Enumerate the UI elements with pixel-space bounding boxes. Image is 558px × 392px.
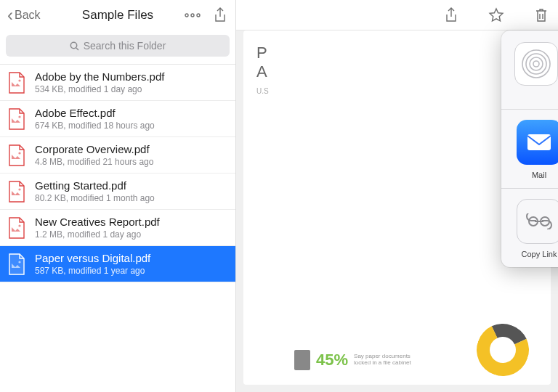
file-row[interactable]: Adobe Effect.pdf674 KB, modified 18 hour… (0, 101, 235, 137)
main-toolbar (236, 0, 558, 30)
share-app-mail[interactable]: Mail (513, 120, 558, 179)
search-wrap: Search this Folder (0, 30, 235, 65)
preview-title-1: P (256, 44, 538, 62)
link-icon (517, 199, 558, 244)
svg-point-0 (185, 14, 188, 17)
app-root: ‹ Back Sample Files Search this Folder A… (0, 0, 558, 392)
file-row-text: Adobe Effect.pdf674 KB, modified 18 hour… (35, 107, 155, 131)
file-row[interactable]: Paper versus Digital.pdf587 KB, modified… (0, 246, 235, 282)
share-action-link[interactable]: Copy Link (513, 199, 558, 258)
share-icon (214, 7, 227, 23)
mail-icon (517, 120, 558, 165)
file-name: New Creatives Report.pdf (35, 216, 160, 228)
file-row[interactable]: Corporate Overview.pdf4.8 MB, modified 2… (0, 137, 235, 173)
file-name: Getting Started.pdf (35, 179, 155, 192)
sidebar-header: ‹ Back Sample Files (0, 0, 235, 30)
file-name: Paper versus Digital.pdf (35, 252, 150, 264)
svg-point-9 (18, 261, 20, 263)
svg-point-6 (18, 152, 20, 154)
toolbar-share-button[interactable] (442, 6, 461, 25)
share-button[interactable] (211, 6, 230, 25)
file-row[interactable]: Getting Started.pdf80.2 KB, modified 1 m… (0, 173, 235, 210)
svg-point-5 (18, 115, 20, 118)
file-row-text: Adobe by the Numbers.pdf534 KB, modified… (35, 70, 164, 94)
sidebar: ‹ Back Sample Files Search this Folder A… (0, 0, 236, 392)
file-row[interactable]: New Creatives Report.pdf1.2 MB, modified… (0, 210, 235, 246)
favorite-button[interactable] (487, 6, 506, 25)
file-meta: 4.8 MB, modified 21 hours ago (35, 157, 153, 167)
trash-icon (534, 7, 549, 23)
airdrop-section[interactable]: AirDrop Tap to turn on Wi-Fi and Bluetoo… (501, 30, 558, 110)
donut-chart-icon (469, 317, 536, 383)
file-meta: 1.2 MB, modified 1 day ago (35, 229, 160, 240)
file-name: Corporate Overview.pdf (35, 143, 153, 155)
app-label: Mail (532, 171, 546, 179)
stat-percent: 45% (316, 351, 348, 369)
file-row-text: Getting Started.pdf80.2 KB, modified 1 m… (35, 179, 155, 203)
svg-rect-14 (527, 134, 551, 150)
search-icon (70, 41, 79, 51)
share-icon (445, 7, 458, 23)
pdf-file-icon (7, 180, 26, 203)
svg-point-10 (533, 61, 539, 67)
svg-point-7 (18, 188, 20, 190)
more-icon (185, 13, 201, 17)
svg-point-4 (18, 79, 20, 81)
star-icon (488, 7, 504, 23)
preview-title-2: A (256, 62, 538, 81)
file-name: Adobe by the Numbers.pdf (35, 70, 164, 83)
file-meta: 534 KB, modified 1 day ago (35, 84, 164, 94)
pdf-file-icon (7, 144, 26, 167)
file-name: Adobe Effect.pdf (35, 107, 155, 119)
svg-point-3 (70, 42, 76, 48)
airdrop-icon (514, 42, 558, 86)
app-label: Copy Link (522, 250, 557, 258)
svg-point-1 (191, 14, 194, 17)
svg-point-2 (197, 14, 200, 17)
file-row-text: Corporate Overview.pdf4.8 MB, modified 2… (35, 143, 153, 167)
file-row-text: New Creatives Report.pdf1.2 MB, modified… (35, 216, 160, 240)
file-meta: 80.2 KB, modified 1 month ago (35, 193, 155, 203)
file-meta: 587 KB, modified 1 year ago (35, 266, 150, 276)
pdf-file-icon (7, 253, 26, 276)
share-actions-row: Copy LinkPrintOpen In... (501, 189, 558, 267)
file-meta: 674 KB, modified 18 hours ago (35, 121, 155, 131)
cabinet-icon (294, 350, 310, 370)
svg-point-11 (530, 57, 543, 70)
chevron-left-icon: ‹ (7, 7, 13, 24)
share-apps-row: MailTwitterFacebook (501, 110, 558, 189)
file-list[interactable]: Adobe by the Numbers.pdf534 KB, modified… (0, 65, 235, 392)
search-input[interactable]: Search this Folder (6, 35, 230, 57)
delete-button[interactable] (532, 6, 551, 25)
more-button[interactable] (183, 6, 202, 25)
search-placeholder: Search this Folder (84, 40, 166, 52)
preview-caption: U.S (256, 87, 538, 95)
file-row-text: Paper versus Digital.pdf587 KB, modified… (35, 252, 150, 276)
sidebar-actions (183, 6, 230, 25)
file-row[interactable]: Adobe by the Numbers.pdf534 KB, modified… (0, 65, 235, 101)
back-button[interactable]: ‹ Back (7, 7, 41, 24)
stat-desc: Say paper documents locked in a file cab… (354, 354, 419, 367)
pdf-file-icon (7, 216, 26, 240)
share-sheet: AirDrop Tap to turn on Wi-Fi and Bluetoo… (501, 30, 558, 267)
svg-point-8 (18, 224, 20, 226)
back-label: Back (15, 9, 41, 22)
pdf-file-icon (7, 71, 26, 94)
pdf-file-icon (7, 107, 26, 131)
preview-stat: 45% Say paper documents locked in a file… (294, 350, 419, 370)
main-pane: P A U.S 45% Say paper documents locked i… (236, 0, 558, 392)
